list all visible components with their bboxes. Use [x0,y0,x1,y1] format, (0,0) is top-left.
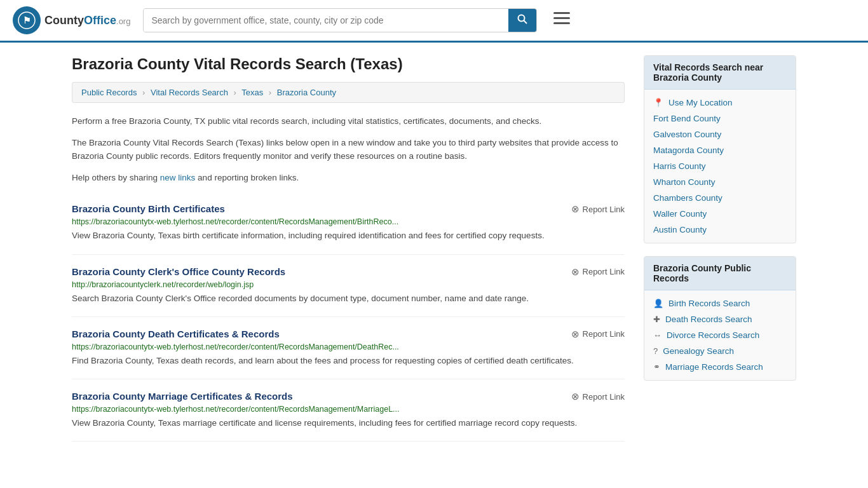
cross-icon: ✚ [653,315,660,324]
waller-county-link[interactable]: Waller County [653,209,707,219]
search-bar [143,8,537,32]
public-records-section: Brazoria County Public Records 👤 Birth R… [644,256,796,381]
list-item: ? Genealogy Search [644,343,796,359]
fort-bend-county-link[interactable]: Fort Bend County [653,114,721,123]
search-button[interactable] [508,9,536,32]
list-item: ↔ Divorce Records Search [644,327,796,343]
result-title: Brazoria County Birth Certificates [72,203,225,214]
death-records-search-link[interactable]: Death Records Search [665,315,752,324]
result-link[interactable]: Brazoria County Death Certificates & Rec… [72,329,280,339]
breadcrumb-brazoria-county[interactable]: Brazoria County [277,88,336,97]
birth-records-search-link[interactable]: Birth Records Search [668,299,750,308]
svg-text:⚑: ⚑ [23,15,31,25]
report-icon: ⊗ [571,329,580,340]
list-item: 👤 Birth Records Search [644,295,796,311]
result-link[interactable]: Brazoria County Marriage Certificates & … [72,391,293,402]
result-link[interactable]: Brazoria County Clerk's Office County Re… [72,266,285,277]
list-item: ⚭ Marriage Records Search [644,359,796,375]
report-link-button[interactable]: ⊗ Report Link [571,203,625,215]
result-url: https://brazoriacountytx-web.tylerhost.n… [72,217,625,226]
marriage-records-search-link[interactable]: Marriage Records Search [665,362,763,372]
result-title: Brazoria County Death Certificates & Rec… [72,329,280,339]
breadcrumb: Public Records › Vital Records Search › … [72,82,625,103]
breadcrumb-public-records[interactable]: Public Records [81,88,137,97]
galveston-county-link[interactable]: Galveston County [653,130,721,139]
list-item: Matagorda County [644,142,796,158]
logo-text: CountyOffice.org [44,14,130,27]
result-url: https://brazoriacountytx-web.tylerhost.n… [72,405,625,414]
svg-line-3 [524,21,527,24]
svg-rect-6 [553,22,570,24]
report-link-button[interactable]: ⊗ Report Link [571,391,625,402]
report-icon: ⊗ [571,266,580,278]
result-item: Brazoria County Marriage Certificates & … [72,379,625,442]
list-item: Austin County [644,222,796,238]
person-icon: 👤 [653,299,663,308]
public-records-header: Brazoria County Public Records [644,257,796,290]
description-3: Help others by sharing new links and rep… [72,171,625,185]
site-header: ⚑ CountyOffice.org [0,0,868,43]
list-item: Waller County [644,206,796,222]
report-icon: ⊗ [571,391,580,402]
chambers-county-link[interactable]: Chambers County [653,193,722,203]
svg-rect-4 [553,12,570,14]
public-records-list: 👤 Birth Records Search ✚ Death Records S… [644,290,796,380]
nearby-header: Vital Records Search near Brazoria Count… [644,56,796,90]
use-my-location-link[interactable]: Use My Location [668,98,733,107]
list-item: Harris County [644,158,796,174]
result-url: http://brazoriacountyclerk.net/recorder/… [72,280,625,289]
sidebar: Vital Records Search near Brazoria Count… [644,55,796,442]
austin-county-link[interactable]: Austin County [653,225,707,234]
result-item: Brazoria County Death Certificates & Rec… [72,317,625,379]
report-link-button[interactable]: ⊗ Report Link [571,266,625,278]
divorce-records-search-link[interactable]: Divorce Records Search [667,330,759,340]
list-item: 📍 Use My Location [644,95,796,111]
result-url: https://brazoriacountytx-web.tylerhost.n… [72,342,625,351]
site-logo[interactable]: ⚑ CountyOffice.org [13,6,130,34]
result-title: Brazoria County Clerk's Office County Re… [72,266,285,277]
arrows-icon: ↔ [653,330,661,340]
report-link-button[interactable]: ⊗ Report Link [571,329,625,340]
search-input[interactable] [144,9,508,32]
wharton-county-link[interactable]: Wharton County [653,177,715,187]
list-item: Chambers County [644,190,796,206]
page-title: Brazoria County Vital Records Search (Te… [72,55,625,73]
breadcrumb-vital-records-search[interactable]: Vital Records Search [151,88,228,97]
description-2: The Brazoria County Vital Records Search… [72,136,625,163]
breadcrumb-texas[interactable]: Texas [241,88,263,97]
location-icon: 📍 [653,98,663,107]
new-links-link[interactable]: new links [160,173,196,182]
logo-icon: ⚑ [13,6,41,34]
result-item: Brazoria County Clerk's Office County Re… [72,255,625,317]
result-description: View Brazoria County, Texas marriage cer… [72,417,625,430]
nearby-section: Vital Records Search near Brazoria Count… [644,55,796,243]
genealogy-search-link[interactable]: Genealogy Search [663,346,734,356]
nearby-list: 📍 Use My Location Fort Bend County Galve… [644,90,796,243]
result-description: View Brazoria County, Texas birth certif… [72,229,625,242]
list-item: Wharton County [644,174,796,190]
question-icon: ? [653,346,658,356]
result-link[interactable]: Brazoria County Birth Certificates [72,203,225,214]
list-item: ✚ Death Records Search [644,311,796,327]
main-container: Brazoria County Vital Records Search (Te… [53,43,815,454]
description-1: Perform a free Brazoria County, TX publi… [72,114,625,128]
result-title: Brazoria County Marriage Certificates & … [72,391,293,402]
svg-point-2 [519,15,525,22]
svg-rect-5 [553,17,570,19]
harris-county-link[interactable]: Harris County [653,161,706,171]
list-item: Fort Bend County [644,111,796,126]
list-item: Galveston County [644,126,796,142]
content-area: Brazoria County Vital Records Search (Te… [72,55,625,442]
result-description: Search Brazoria County Clerk's Office re… [72,292,625,305]
matagorda-county-link[interactable]: Matagorda County [653,146,724,155]
result-item: Brazoria County Birth Certificates ⊗ Rep… [72,192,625,254]
result-description: Find Brazoria County, Texas death record… [72,355,625,367]
hamburger-menu-button[interactable] [550,8,574,32]
report-icon: ⊗ [571,203,580,215]
marriage-icon: ⚭ [653,362,660,372]
